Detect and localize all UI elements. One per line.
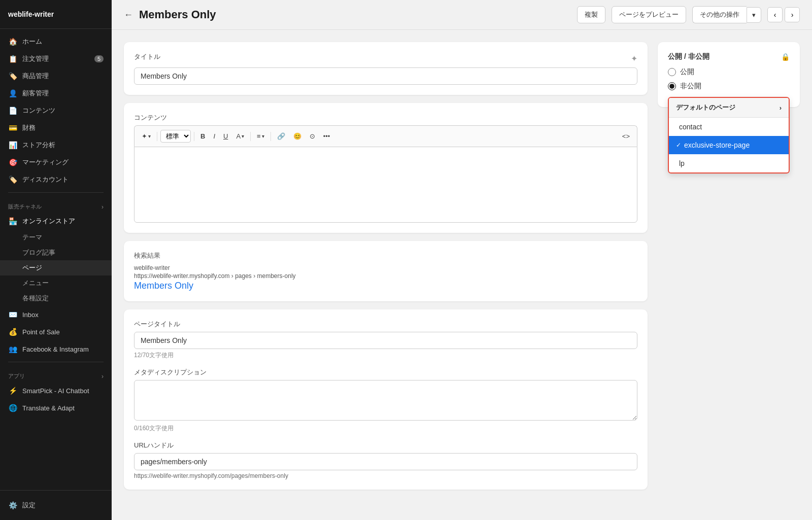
media-button[interactable]: ⊙ bbox=[307, 130, 318, 142]
title-input[interactable] bbox=[134, 67, 637, 85]
sidebar-item-translate[interactable]: 🌐 Translate & Adapt bbox=[0, 399, 112, 417]
duplicate-button[interactable]: 複製 bbox=[577, 6, 605, 23]
sidebar-item-label: ホーム bbox=[22, 37, 42, 46]
visibility-private-radio[interactable] bbox=[668, 82, 676, 90]
content-label: コンテンツ bbox=[134, 113, 637, 122]
sidebar-navigation: 🏠 ホーム 📋 注文管理 5 🏷️ 商品管理 👤 顧客管理 📄 コンテンツ 💳 … bbox=[0, 29, 112, 490]
meta-description-input[interactable] bbox=[134, 380, 637, 421]
more-actions-arrow-button[interactable]: ▾ bbox=[747, 7, 761, 23]
sidebar-subitem-settings-store[interactable]: 各種設定 bbox=[0, 291, 112, 306]
sidebar-item-online-store[interactable]: 🏪 オンラインストア bbox=[0, 213, 112, 230]
prev-page-button[interactable]: ‹ bbox=[767, 7, 783, 22]
sidebar-subitem-blog[interactable]: ブログ記事 bbox=[0, 245, 112, 260]
sidebar-item-inbox[interactable]: ✉️ Inbox bbox=[0, 306, 112, 323]
sidebar-item-products[interactable]: 🏷️ 商品管理 bbox=[0, 67, 112, 85]
sidebar-item-analytics[interactable]: 📊 ストア分析 bbox=[0, 136, 112, 154]
sidebar-item-label: コンテンツ bbox=[22, 106, 55, 115]
online-store-icon: 🏪 bbox=[8, 217, 17, 226]
link-button[interactable]: 🔗 bbox=[274, 130, 288, 142]
sidebar-item-label: 顧客管理 bbox=[22, 89, 49, 98]
sidebar-item-label: SmartPick - AI Chatbot bbox=[22, 387, 89, 395]
finance-icon: 💳 bbox=[8, 123, 17, 132]
dropdown-header: デフォルトのページ › bbox=[669, 98, 789, 118]
toolbar-separator-2 bbox=[194, 132, 194, 141]
translate-icon: 🌐 bbox=[8, 403, 17, 412]
sales-channels-arrow: › bbox=[101, 203, 104, 211]
sidebar-item-discounts[interactable]: 🏷️ ディスカウント bbox=[0, 171, 112, 188]
sidebar-item-label: 商品管理 bbox=[22, 72, 49, 81]
back-button[interactable]: ← bbox=[124, 10, 133, 20]
text-color-button[interactable]: A ▾ bbox=[233, 130, 247, 142]
url-handle-input[interactable] bbox=[134, 453, 637, 470]
content-card: コンテンツ ✦ ▾ 標準 B I U A ▾ bbox=[124, 103, 648, 233]
sidebar-item-customers[interactable]: 👤 顧客管理 bbox=[0, 85, 112, 102]
store-name[interactable]: weblife-writer bbox=[8, 6, 104, 22]
sidebar-item-marketing[interactable]: 🎯 マーケティング bbox=[0, 154, 112, 171]
toolbar-separator bbox=[157, 132, 157, 141]
settings-icon: ⚙️ bbox=[8, 501, 17, 510]
title-field-icon: ✦ bbox=[631, 54, 637, 63]
page-title-input[interactable] bbox=[134, 332, 637, 349]
dropdown-item-exclusive[interactable]: ✓ exclusive-store-page bbox=[669, 136, 789, 154]
products-icon: 🏷️ bbox=[8, 72, 17, 81]
sales-channels-section[interactable]: 販売チャネル › bbox=[0, 197, 112, 213]
apps-section[interactable]: アプリ › bbox=[0, 366, 112, 382]
sidebar-item-home[interactable]: 🏠 ホーム bbox=[0, 33, 112, 50]
sidebar-item-label: ディスカウント bbox=[22, 175, 69, 184]
sidebar-item-label: マーケティング bbox=[22, 158, 69, 167]
more-actions-button[interactable]: その他の操作 bbox=[692, 6, 747, 23]
meta-char-count: 0/160文字使用 bbox=[134, 424, 637, 433]
editor-body[interactable] bbox=[134, 147, 637, 223]
sidebar-item-pos[interactable]: 💰 Point of Sale bbox=[0, 323, 112, 340]
main-content: ← Members Only 複製 ページをプレビュー その他の操作 ▾ ‹ ›… bbox=[112, 0, 812, 520]
url-full-text: https://weblife-writer.myshopify.com/pag… bbox=[134, 472, 288, 479]
visibility-title: 公開 / 非公開 🔒 bbox=[668, 52, 790, 61]
sidebar-item-facebook[interactable]: 👥 Facebook & Instagram bbox=[0, 340, 112, 358]
page-title: Members Only bbox=[139, 8, 571, 21]
italic-button[interactable]: I bbox=[210, 130, 218, 142]
underline-button[interactable]: U bbox=[220, 130, 231, 142]
topbar: ← Members Only 複製 ページをプレビュー その他の操作 ▾ ‹ › bbox=[112, 0, 812, 30]
preview-button[interactable]: ページをプレビュー bbox=[612, 6, 686, 23]
visibility-card: 公開 / 非公開 🔒 公開 非公開 bbox=[658, 42, 800, 107]
magic-button[interactable]: ✦ ▾ bbox=[139, 130, 154, 142]
pos-icon: 💰 bbox=[8, 327, 17, 336]
sidebar-item-content[interactable]: 📄 コンテンツ bbox=[0, 102, 112, 119]
facebook-icon: 👥 bbox=[8, 344, 17, 354]
content-icon: 📄 bbox=[8, 106, 17, 115]
dropdown-item-lp[interactable]: lp bbox=[669, 154, 789, 172]
visibility-public-option[interactable]: 公開 bbox=[668, 67, 790, 77]
discounts-icon: 🏷️ bbox=[8, 175, 17, 184]
sidebar-subitem-menu[interactable]: メニュー bbox=[0, 275, 112, 291]
meta-card: ページタイトル 12/70文字使用 メタディスクリプション 0/160文字使用 … bbox=[124, 309, 648, 490]
next-page-button[interactable]: › bbox=[785, 7, 800, 22]
sidebar-item-label: Inbox bbox=[22, 311, 39, 319]
page-title-label: ページタイトル bbox=[134, 320, 637, 329]
toolbar-separator-3 bbox=[250, 132, 251, 141]
align-button[interactable]: ≡ ▾ bbox=[254, 130, 267, 142]
template-dropdown-menu: デフォルトのページ › contact ✓ exclusive-store-pa… bbox=[668, 97, 790, 174]
visibility-private-option[interactable]: 非公開 bbox=[668, 82, 790, 91]
source-button[interactable]: <> bbox=[619, 130, 633, 142]
title-label: タイトル bbox=[134, 52, 160, 61]
topbar-nav-arrows: ‹ › bbox=[767, 7, 800, 22]
editor-toolbar: ✦ ▾ 標準 B I U A ▾ bbox=[134, 125, 637, 147]
emoji-button[interactable]: 😊 bbox=[290, 130, 304, 142]
main-column: タイトル ✦ コンテンツ ✦ ▾ 標準 B bbox=[124, 42, 648, 508]
sidebar-subitem-themes[interactable]: テーマ bbox=[0, 230, 112, 245]
sidebar-item-smartpick[interactable]: ⚡ SmartPick - AI Chatbot bbox=[0, 382, 112, 399]
visibility-public-radio[interactable] bbox=[668, 68, 676, 76]
more-button[interactable]: ••• bbox=[320, 130, 333, 142]
sidebar-item-finance[interactable]: 💳 財務 bbox=[0, 119, 112, 136]
sidebar-item-label: Facebook & Instagram bbox=[22, 345, 89, 353]
page-title-char-count: 12/70文字使用 bbox=[134, 351, 637, 360]
dropdown-item-contact[interactable]: contact bbox=[669, 118, 789, 136]
orders-badge: 5 bbox=[94, 55, 104, 62]
format-select[interactable]: 標準 bbox=[160, 130, 191, 143]
sidebar-item-orders[interactable]: 📋 注文管理 5 bbox=[0, 50, 112, 67]
sidebar-item-settings[interactable]: ⚙️ 設定 bbox=[8, 497, 104, 514]
analytics-icon: 📊 bbox=[8, 141, 17, 150]
bold-button[interactable]: B bbox=[197, 130, 208, 142]
seo-title-link[interactable]: Members Only bbox=[134, 281, 193, 291]
sidebar-subitem-pages[interactable]: ページ bbox=[0, 260, 112, 275]
